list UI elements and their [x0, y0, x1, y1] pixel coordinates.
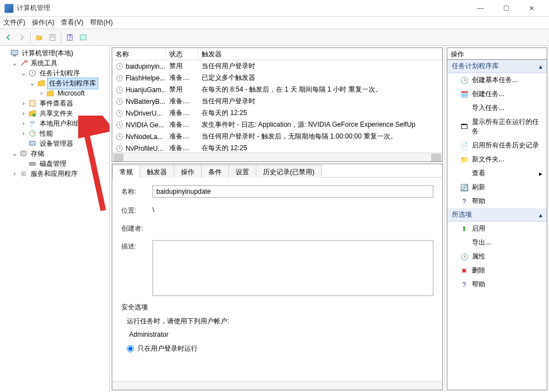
svg-point-13: [32, 121, 35, 124]
table-row[interactable]: NvProfileU...准备就绪在每天的 12:25: [112, 142, 442, 152]
actions-section-library[interactable]: 任务计划程序库 ▴: [447, 60, 547, 73]
wizard-icon: 🕒: [460, 76, 469, 85]
tab-body: 名称: 位置: \ 创建者: 描述: 安全选项 运行任务时，请使用下列用户帐户:: [112, 178, 442, 381]
action-help-2[interactable]: ?帮助: [447, 278, 547, 291]
forward-button[interactable]: [16, 31, 28, 44]
tree-microsoft[interactable]: › Microsoft: [38, 88, 108, 98]
folder-icon: [37, 79, 46, 88]
event-icon: [28, 99, 37, 108]
performance-icon: [28, 129, 37, 138]
menu-action[interactable]: 操作(A): [32, 18, 54, 27]
menu-file[interactable]: 文件(F): [3, 18, 25, 27]
chevron-right-icon: ▸: [539, 170, 542, 178]
description-label: 描述:: [121, 240, 152, 296]
run-as-user: Administrator: [129, 331, 433, 338]
import-icon: [460, 104, 469, 113]
table-row[interactable]: NvBatteryB...准备就绪当任何用户登录时: [112, 95, 442, 107]
app-icon: [4, 4, 13, 13]
folder-up-button[interactable]: [33, 31, 45, 44]
computer-icon: [10, 49, 19, 58]
tree-local-users[interactable]: ›本地用户和组: [20, 118, 108, 128]
tab-general[interactable]: 常规: [112, 165, 140, 178]
action-new-folder[interactable]: 📁新文件夹...: [447, 152, 547, 166]
tree-services-apps[interactable]: ›服务和应用程序: [11, 169, 108, 179]
running-icon: 🗔: [460, 122, 469, 131]
action-create-basic-task[interactable]: 🕒创建基本任务...: [447, 73, 547, 87]
refresh-toolbar-button[interactable]: [77, 31, 89, 44]
tree-system-tools[interactable]: ⌄ 系统工具: [11, 58, 108, 68]
menu-view[interactable]: 查看(V): [61, 18, 83, 27]
action-help[interactable]: ?帮助: [447, 194, 547, 208]
tab-actions[interactable]: 操作: [174, 165, 202, 178]
detail-scrollbar[interactable]: [112, 381, 442, 390]
shared-folder-icon: [28, 109, 37, 118]
action-refresh[interactable]: 🔄刷新: [447, 180, 547, 194]
action-enable-history[interactable]: 📄启用所有任务历史记录: [447, 138, 547, 152]
detail-tabs: 常规 触发器 操作 条件 设置 历史记录(已禁用): [112, 164, 442, 178]
storage-icon: [19, 149, 28, 158]
task-list-scrollbar[interactable]: [112, 152, 442, 161]
action-import-task[interactable]: 导入任务...: [447, 101, 547, 115]
table-row[interactable]: FlashHelpe...准备就绪已定义多个触发器: [112, 72, 442, 84]
col-header-trigger[interactable]: 触发器: [198, 48, 442, 60]
action-create-task[interactable]: 🗓️创建任务...: [447, 87, 547, 101]
titlebar: 计算机管理 — ☐ ✕: [0, 0, 549, 17]
description-input[interactable]: [152, 240, 433, 296]
task-list-header: 名称 状态 触发器: [112, 48, 442, 60]
tree-disk-management[interactable]: 磁盘管理: [20, 159, 108, 169]
back-button[interactable]: [2, 31, 15, 44]
tab-history[interactable]: 历史记录(已禁用): [256, 165, 322, 178]
help-toolbar-button[interactable]: ?: [64, 31, 76, 44]
tree-event-viewer[interactable]: ›事件查看器: [20, 98, 108, 108]
toolbar: ?: [0, 29, 549, 46]
action-delete[interactable]: ✖删除: [447, 264, 547, 278]
col-header-state[interactable]: 状态: [166, 48, 198, 60]
services-icon: [19, 169, 28, 178]
actions-section-selected[interactable]: 所选项 ▴: [447, 208, 547, 222]
tree-root[interactable]: 计算机管理(本地): [2, 48, 108, 58]
svg-text:?: ?: [68, 34, 71, 40]
close-button[interactable]: ✕: [519, 0, 545, 17]
action-properties[interactable]: 🕒属性: [447, 250, 547, 264]
menu-help[interactable]: 帮助(H): [90, 18, 113, 27]
action-export[interactable]: 导出...: [447, 236, 547, 250]
table-row[interactable]: baidupinyin...禁用当任何用户登录时: [112, 60, 442, 72]
menubar: 文件(F) 操作(A) 查看(V) 帮助(H): [0, 17, 549, 29]
table-row[interactable]: NVIDIA Ge...准备就绪发生事件时 - 日志: Application，…: [112, 119, 442, 131]
tab-settings[interactable]: 设置: [228, 165, 256, 178]
collapse-icon: ▴: [539, 63, 542, 70]
properties-button[interactable]: [46, 31, 59, 44]
tree-task-scheduler[interactable]: ⌄ 任务计划程序: [20, 68, 108, 78]
delete-icon: ✖: [460, 266, 469, 275]
svg-rect-8: [13, 55, 16, 56]
minimize-button[interactable]: —: [467, 0, 493, 17]
tree-task-scheduler-library[interactable]: ⌄ 任务计划程序库: [29, 78, 108, 88]
disk-icon: [28, 159, 37, 168]
svg-point-19: [23, 173, 25, 175]
radio-logged-on-input[interactable]: [127, 345, 134, 352]
tree-storage[interactable]: ⌄存储: [11, 149, 108, 159]
name-input[interactable]: [152, 185, 433, 198]
maximize-button[interactable]: ☐: [493, 0, 519, 17]
tab-triggers[interactable]: 触发器: [140, 165, 174, 178]
name-label: 名称:: [121, 185, 152, 198]
table-row[interactable]: NvNodeLa...准备就绪当任何用户登录时 - 触发后，无限期地每隔 1.0…: [112, 131, 442, 142]
window-title: 计算机管理: [17, 3, 467, 13]
tab-conditions[interactable]: 条件: [201, 165, 229, 178]
tree-device-manager[interactable]: 设备管理器: [20, 138, 108, 149]
col-header-name[interactable]: 名称: [112, 48, 166, 60]
collapse-icon: ▴: [539, 211, 542, 219]
enable-icon: ⬆: [460, 224, 469, 233]
tools-icon: [19, 59, 28, 68]
radio-logged-on[interactable]: 只在用户登录时运行: [127, 344, 433, 353]
action-view[interactable]: 查看▸: [447, 166, 547, 180]
navigation-tree[interactable]: 计算机管理(本地) ⌄ 系统工具: [0, 46, 110, 392]
action-show-running[interactable]: 🗔显示所有正在运行的任务: [447, 115, 547, 138]
tree-shared-folders[interactable]: ›共享文件夹: [20, 108, 108, 118]
table-row[interactable]: NvDriverU...准备就绪在每天的 12:25: [112, 107, 442, 119]
action-enable[interactable]: ⬆启用: [447, 222, 547, 236]
task-list[interactable]: 名称 状态 触发器 baidupinyin...禁用当任何用户登录时FlashH…: [112, 47, 443, 162]
tree-performance[interactable]: ›性能: [20, 128, 108, 138]
location-value: \: [152, 204, 154, 216]
table-row[interactable]: HuanjuGam...禁用在每天的 8:54 - 触发后，在 1 天 期间每隔…: [112, 84, 442, 95]
